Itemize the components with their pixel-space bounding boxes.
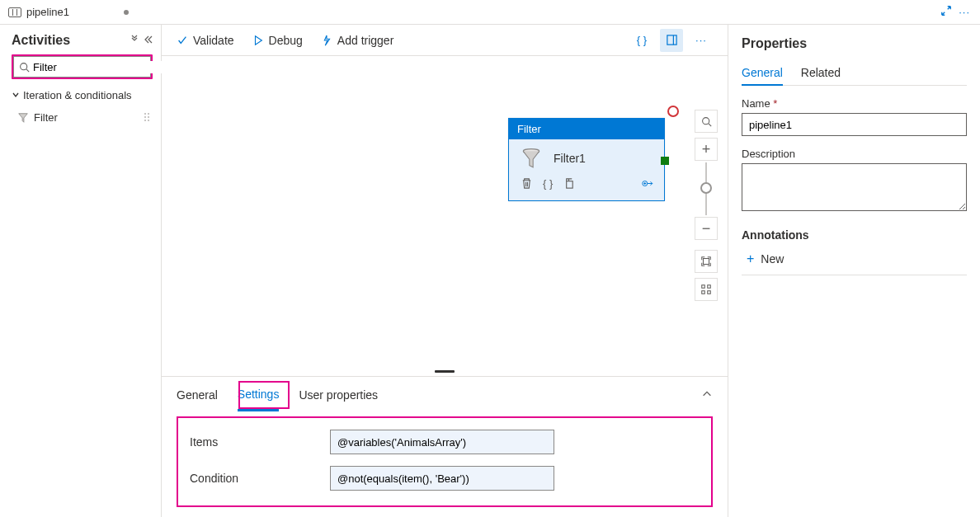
tab-settings[interactable]: Settings: [238, 379, 280, 411]
annotations-label: Annotations: [742, 228, 967, 242]
zoom-slider[interactable]: [705, 162, 707, 215]
filter-activity-node[interactable]: Filter Filter1 { }: [508, 118, 665, 201]
divider: [742, 275, 967, 275]
svg-point-0: [21, 63, 27, 69]
code-icon[interactable]: { }: [543, 177, 553, 192]
more-menu-icon[interactable]: ···: [959, 6, 970, 18]
pipeline-name-input[interactable]: [742, 113, 967, 136]
activity-settings-panel: General Settings User properties Items C…: [162, 376, 728, 517]
pipeline-toolbar: Validate Debug Add trigger { }: [162, 25, 728, 56]
items-label: Items: [190, 435, 330, 449]
pipeline-description-input[interactable]: [742, 163, 967, 211]
collapse-panel-icon[interactable]: [701, 388, 713, 402]
validate-button[interactable]: Validate: [177, 34, 234, 47]
description-label: Description: [742, 148, 967, 160]
filter-icon: [521, 148, 542, 169]
svg-rect-8: [708, 285, 711, 289]
warning-icon: [667, 106, 679, 117]
properties-button[interactable]: [660, 29, 683, 52]
check-icon: [177, 35, 188, 46]
unsaved-indicator-icon: [124, 10, 129, 15]
editor-tabs: pipeline1 ···: [0, 0, 980, 25]
name-label: Name *: [742, 97, 967, 110]
search-highlight: [12, 54, 153, 79]
trigger-icon: [321, 35, 332, 46]
tab-pipeline1[interactable]: pipeline1: [26, 6, 69, 18]
condition-label: Condition: [190, 472, 330, 485]
node-type-label: Filter: [509, 119, 664, 139]
canvas-search-button[interactable]: [695, 110, 718, 133]
chevron-down-icon: [12, 91, 20, 101]
svg-rect-7: [702, 285, 705, 289]
drag-handle-icon[interactable]: [144, 112, 150, 123]
panel-resize-handle[interactable]: [162, 366, 728, 376]
delete-icon[interactable]: [521, 177, 533, 192]
svg-point-5: [702, 117, 709, 124]
add-annotation-button[interactable]: + New: [742, 251, 967, 266]
debug-button[interactable]: Debug: [252, 34, 303, 47]
pipeline-icon: [8, 7, 21, 17]
sidebar-title: Activities: [12, 33, 70, 48]
tab-general[interactable]: General: [177, 380, 218, 410]
activities-sidebar: Activities: [0, 25, 162, 517]
plus-icon: +: [747, 251, 754, 266]
activity-item-filter[interactable]: Filter: [12, 108, 153, 127]
play-icon: [252, 35, 264, 46]
zoom-in-button[interactable]: +: [695, 138, 718, 161]
settings-content-highlight: Items Condition: [177, 416, 713, 507]
fit-screen-button[interactable]: [695, 250, 718, 273]
json-view-button[interactable]: { }: [630, 29, 653, 52]
svg-rect-1: [667, 35, 676, 45]
props-tab-general[interactable]: General: [742, 61, 783, 86]
add-output-icon[interactable]: [642, 177, 654, 192]
search-icon: [19, 62, 30, 73]
activities-search-input[interactable]: [33, 61, 172, 73]
category-iteration-conditionals[interactable]: Iteration & conditionals: [12, 86, 153, 105]
zoom-out-button[interactable]: −: [695, 217, 718, 240]
svg-rect-10: [708, 291, 711, 294]
collapse-sidebar-icon[interactable]: [143, 35, 153, 47]
props-tab-related[interactable]: Related: [801, 61, 841, 85]
expand-all-icon[interactable]: [130, 35, 139, 47]
svg-rect-9: [702, 291, 705, 294]
node-name: Filter1: [554, 152, 586, 165]
svg-rect-6: [704, 259, 709, 265]
tab-user-properties[interactable]: User properties: [299, 380, 378, 410]
items-input[interactable]: [330, 430, 554, 454]
properties-panel: Properties General Related Name * Descri…: [728, 25, 980, 517]
success-port-icon[interactable]: [661, 157, 669, 165]
add-trigger-button[interactable]: Add trigger: [321, 34, 393, 47]
toolbar-more-icon[interactable]: ···: [690, 29, 713, 52]
pipeline-canvas[interactable]: Filter Filter1 { }: [162, 56, 728, 366]
properties-title: Properties: [742, 36, 967, 51]
copy-icon[interactable]: [563, 177, 575, 192]
auto-layout-button[interactable]: [695, 278, 718, 301]
svg-rect-3: [567, 181, 573, 188]
filter-icon: [17, 112, 29, 124]
condition-input[interactable]: [330, 466, 554, 491]
expand-icon[interactable]: [940, 5, 952, 19]
